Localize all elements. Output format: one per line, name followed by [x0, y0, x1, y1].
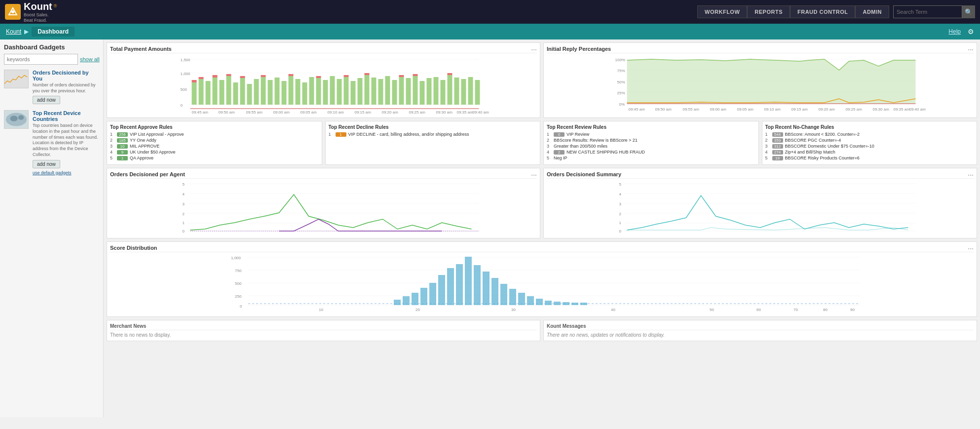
svg-text:09:10 am: 09:10 am: [760, 234, 777, 235]
settings-icon[interactable]: ⚙: [968, 28, 974, 36]
svg-rect-65: [461, 79, 466, 105]
svg-rect-167: [420, 288, 427, 305]
svg-text:09:55 am: 09:55 am: [683, 107, 700, 112]
svg-rect-165: [403, 296, 410, 305]
help-link[interactable]: Help: [948, 28, 961, 35]
svg-rect-39: [316, 76, 321, 78]
gadget-desc-orders: Number of orders decisioned by you over …: [33, 82, 99, 94]
svg-rect-47: [365, 75, 370, 105]
svg-rect-182: [554, 302, 561, 305]
orders-summary-dots[interactable]: ···: [968, 171, 974, 179]
review-rule-5: 5 Neg IP: [547, 156, 755, 160]
svg-rect-166: [412, 293, 418, 305]
initial-reply-title-text: Initial Reply Percentages: [547, 46, 611, 52]
review-rules-panel: Top Recent Review Rules 1 0 VIP Review 2…: [543, 121, 759, 165]
svg-text:50%: 50%: [617, 80, 625, 84]
svg-rect-26: [247, 84, 252, 105]
svg-text:09:10 am: 09:10 am: [324, 234, 340, 235]
approve-rule-5: 5 1 QA Approve: [110, 156, 319, 160]
sidebar-keyword-input[interactable]: [4, 54, 78, 65]
svg-rect-48: [365, 73, 370, 75]
score-distribution-dots[interactable]: ···: [968, 245, 974, 253]
rules-row: Top Recent Approve Rules 1 256 VIP List …: [107, 121, 977, 165]
svg-text:1,000: 1,000: [181, 72, 191, 76]
score-distribution-title-text: Score Distribution: [110, 245, 157, 251]
svg-text:09:30 am: 09:30 am: [869, 234, 886, 235]
svg-text:09:35 am: 09:35 am: [453, 234, 470, 235]
add-now-countries-btn[interactable]: add now: [33, 160, 60, 168]
add-now-orders-btn[interactable]: add now: [33, 96, 60, 104]
reports-nav-btn[interactable]: REPORTS: [747, 5, 790, 18]
svg-rect-30: [268, 80, 273, 105]
svg-text:09:00 am: 09:00 am: [710, 107, 727, 112]
orders-per-agent-dots[interactable]: ···: [531, 171, 537, 179]
orders-summary-title-text: Orders Decisioned Summary: [547, 171, 621, 177]
svg-rect-56: [413, 76, 418, 105]
svg-text:09:30 am: 09:30 am: [873, 107, 890, 112]
svg-text:09:40 am: 09:40 am: [909, 107, 926, 112]
svg-text:09:05 am: 09:05 am: [297, 234, 313, 235]
search-input[interactable]: [893, 5, 962, 18]
main-layout: Dashboard Gadgets show all Orders Decisi…: [0, 39, 980, 417]
svg-rect-173: [474, 265, 481, 305]
svg-text:1: 1: [619, 221, 622, 225]
svg-rect-57: [413, 74, 418, 76]
workflow-nav-btn[interactable]: WORKFLOW: [697, 5, 747, 18]
svg-text:08:55 am: 08:55 am: [679, 234, 696, 235]
use-default-link[interactable]: use default gadgets: [33, 170, 99, 175]
svg-text:5: 5: [619, 182, 622, 187]
svg-rect-177: [509, 289, 516, 305]
svg-text:1: 1: [183, 221, 185, 225]
svg-rect-171: [456, 264, 463, 305]
review-rule-1: 1 0 VIP Review: [547, 132, 755, 137]
svg-text:0: 0: [240, 304, 242, 309]
svg-rect-58: [420, 81, 425, 105]
sidebar-search-area: show all: [4, 54, 99, 65]
svg-text:500: 500: [181, 87, 188, 92]
breadcrumb-bar: Kount ▶ Dashboard Help ⚙: [0, 24, 980, 39]
approve-rule-3: 3 10 MIL APPROVE: [110, 144, 319, 149]
sidebar-title: Dashboard Gadgets: [4, 43, 99, 51]
total-payment-dots[interactable]: ···: [531, 46, 537, 54]
svg-rect-28: [261, 77, 266, 105]
breadcrumb-parent[interactable]: Kount: [6, 28, 21, 35]
search-button[interactable]: 🔍: [962, 5, 975, 18]
svg-text:09:25 am: 09:25 am: [405, 234, 422, 235]
merchant-news-text: There is no news to display.: [110, 332, 537, 338]
orders-summary-title: Orders Decisioned Summary ···: [547, 171, 974, 179]
svg-rect-43: [344, 77, 349, 105]
initial-reply-dots[interactable]: ···: [968, 46, 974, 54]
svg-rect-46: [358, 78, 363, 105]
svg-text:09:55 am: 09:55 am: [246, 110, 263, 115]
svg-point-3: [10, 116, 18, 122]
svg-rect-21: [226, 76, 231, 105]
breadcrumb-separator: ▶: [24, 28, 29, 35]
svg-marker-91: [627, 59, 916, 104]
svg-rect-64: [454, 78, 459, 105]
fraud-control-nav-btn[interactable]: FRAUD CONTROL: [790, 5, 855, 18]
total-payment-panel: Total Payment Amounts ··· 1,500 1,000 50…: [107, 42, 540, 118]
admin-nav-btn[interactable]: ADMIN: [855, 5, 889, 18]
svg-rect-37: [309, 77, 314, 105]
svg-text:50: 50: [710, 308, 714, 312]
tagline-line2: Beat Fraud.: [24, 18, 57, 23]
gadget-thumb-countries: [4, 110, 29, 129]
svg-rect-62: [448, 75, 452, 105]
svg-text:09:30 am: 09:30 am: [436, 110, 453, 115]
svg-rect-178: [518, 293, 525, 305]
svg-text:25%: 25%: [617, 91, 625, 95]
kount-messages-title: Kount Messages: [547, 323, 974, 330]
gadget-orders-by-you: Orders Decisioned by You Number of order…: [4, 70, 99, 104]
initial-reply-chart: 100% 75% 50% 25% 0% 09:45: [547, 55, 974, 115]
score-distribution-chart: 1,000 750 500 250 0: [110, 254, 974, 313]
merchant-news-panel: Merchant News There is no news to displa…: [107, 320, 540, 341]
svg-text:09:00 am: 09:00 am: [273, 110, 290, 115]
show-all-link[interactable]: show all: [80, 56, 100, 62]
approve-rules-panel: Top Recent Approve Rules 1 256 VIP List …: [107, 121, 322, 165]
svg-rect-168: [429, 283, 436, 305]
svg-rect-34: [289, 74, 294, 76]
nochange-rule-2: 2 359 BBSCORE PGC Counter=-4: [765, 138, 974, 143]
review-rule-4: 4 2 NEW CASTLE SHIPPING HUB FRAUD: [547, 150, 755, 155]
nochange-rule-3: 3 312 BBSCORE Domestic Under $75 Counter…: [765, 144, 974, 149]
logo-text-group: Kount ® Boost Sales. Beat Fraud.: [24, 1, 57, 23]
